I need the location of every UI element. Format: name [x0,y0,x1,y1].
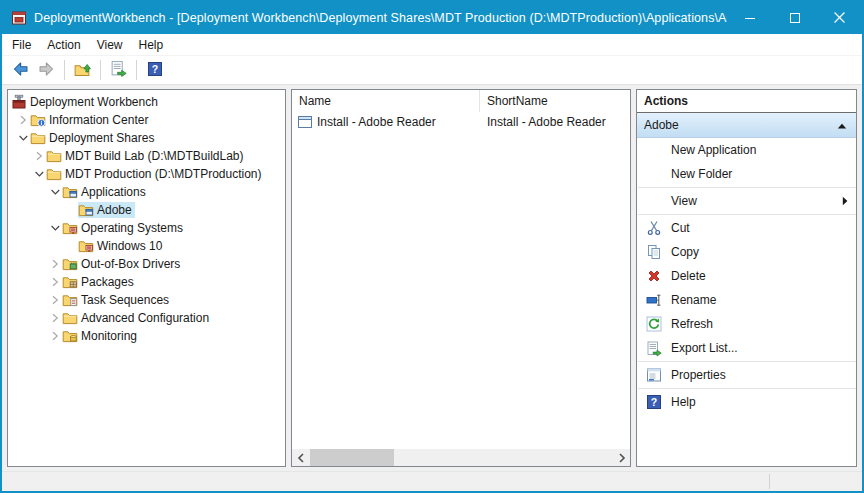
minimize-button[interactable] [727,2,772,34]
tree-item-label: Out-of-Box Drivers [78,256,183,272]
window-controls [727,2,862,34]
chevron-down-icon[interactable] [16,131,30,145]
refresh-icon [646,316,662,332]
scroll-right-arrow-icon[interactable] [613,449,630,466]
scrollbar-thumb[interactable] [310,449,394,466]
action-rename[interactable]: Rename [637,288,856,312]
toolbar-forward-button[interactable] [33,58,60,82]
action-properties[interactable]: Properties [637,363,856,387]
menu-action[interactable]: Action [39,35,88,55]
folder-os-icon [78,238,94,254]
action-new-application[interactable]: New Application [637,138,856,162]
action-cut[interactable]: Cut [637,216,856,240]
console-tree-pane: Deployment WorkbenchInformation CenterDe… [7,89,286,467]
action-refresh[interactable]: Refresh [637,312,856,336]
action-label: Export List... [671,341,848,355]
actions-pane: Actions Adobe New ApplicationNew FolderV… [636,89,857,467]
folder-tasks-icon [62,292,78,308]
tree-item-mdt-production-d-mdtproduction[interactable]: MDT Production (D:\MDTProduction) [8,165,285,183]
action-copy[interactable]: Copy [637,240,856,264]
chevron-down-icon[interactable] [32,167,46,181]
chevron-right-icon[interactable] [16,113,30,127]
toolbar-separator [136,60,137,80]
chevron-right-icon[interactable] [48,311,62,325]
tree-item-label: Advanced Configuration [78,310,212,326]
actions-group-adobe[interactable]: Adobe [637,113,856,138]
maximize-button[interactable] [772,2,817,34]
action-label: New Application [671,143,848,157]
tree-item-label: Windows 10 [94,238,165,254]
up-one-level-icon [74,60,92,81]
tree-item-adobe[interactable]: Adobe [8,201,285,219]
horizontal-scrollbar[interactable] [292,449,630,466]
list-column-headers: NameShortName [292,90,630,112]
tree-item-task-sequences[interactable]: Task Sequences [8,291,285,309]
tree-item-information-center[interactable]: Information Center [8,111,285,129]
chevron-right-icon[interactable] [48,293,62,307]
toolbar-up-one-level-button[interactable] [69,58,96,82]
tree-item-monitoring[interactable]: Monitoring [8,327,285,345]
toolbar: ? [2,56,862,85]
menu-bar: FileActionViewHelp [2,34,862,56]
column-header-name[interactable]: Name [292,90,480,112]
folder-icon [46,148,62,164]
chevron-down-icon[interactable] [48,221,62,235]
action-items: New ApplicationNew FolderViewCutCopyDele… [637,138,856,414]
toolbar-separator [100,60,101,80]
tree-item-applications[interactable]: Applications [8,183,285,201]
tree-item-out-of-box-drivers[interactable]: Out-of-Box Drivers [8,255,285,273]
action-label: New Folder [671,167,848,181]
tree-item-mdt-build-lab-d-mdtbuildlab[interactable]: MDT Build Lab (D:\MDTBuildLab) [8,147,285,165]
chevron-right-icon[interactable] [32,149,46,163]
titlebar[interactable]: DeploymentWorkbench - [Deployment Workbe… [2,2,862,34]
chevron-right-icon[interactable] [48,275,62,289]
close-button[interactable] [817,2,862,34]
minimize-icon [745,9,755,27]
toolbar-export-list-button[interactable] [105,58,132,82]
cut-icon [646,220,662,236]
scroll-left-arrow-icon[interactable] [292,449,309,466]
folder-icon [30,130,46,146]
delete-icon [646,268,662,284]
action-delete[interactable]: Delete [637,264,856,288]
action-view[interactable]: View [637,189,856,213]
window-title: DeploymentWorkbench - [Deployment Workbe… [34,11,727,25]
back-icon [11,60,29,81]
tree-item-packages[interactable]: Packages [8,273,285,291]
chevron-down-icon[interactable] [48,185,62,199]
action-help[interactable]: ?Help [637,390,856,414]
svg-text:?: ? [151,63,157,75]
collapse-chevron-up-icon[interactable] [837,118,847,132]
chevron-right-icon[interactable] [48,257,62,271]
tree-item-windows-10[interactable]: Windows 10 [8,237,285,255]
export-list-icon [110,60,127,80]
list-item-install-adobe-reader[interactable]: Install - Adobe ReaderInstall - Adobe Re… [292,112,630,132]
action-export-list[interactable]: Export List... [637,336,856,360]
expander-spacer [64,203,78,217]
toolbar-separator [64,60,65,80]
tree-item-advanced-configuration[interactable]: Advanced Configuration [8,309,285,327]
menu-help[interactable]: Help [131,35,172,55]
column-header-shortname[interactable]: ShortName [480,90,630,112]
tree-item-deployment-shares[interactable]: Deployment Shares [8,129,285,147]
toolbar-help-button[interactable]: ? [141,58,168,82]
tree-item-operating-systems[interactable]: Operating Systems [8,219,285,237]
folder-apps-icon [62,184,78,200]
tree-item-label: Task Sequences [78,292,172,308]
list-item-name: Install - Adobe Reader [317,115,436,129]
menu-file[interactable]: File [4,35,39,55]
tree-item-label: MDT Build Lab (D:\MDTBuildLab) [62,148,247,164]
action-new-folder[interactable]: New Folder [637,162,856,186]
tree-item-label: Operating Systems [78,220,186,236]
action-label: View [671,194,842,208]
mmc-app-icon [11,10,27,26]
toolbar-back-button[interactable] [6,58,33,82]
chevron-right-icon[interactable] [48,329,62,343]
tree-item-label: Information Center [46,112,151,128]
menu-view[interactable]: View [89,35,131,55]
tree-item-deployment-workbench[interactable]: Deployment Workbench [8,93,285,111]
folder-packages-icon [62,274,78,290]
list-rows: Install - Adobe ReaderInstall - Adobe Re… [292,112,630,449]
list-item-shortname: Install - Adobe Reader [487,115,606,129]
tree-item-label: Packages [78,274,137,290]
